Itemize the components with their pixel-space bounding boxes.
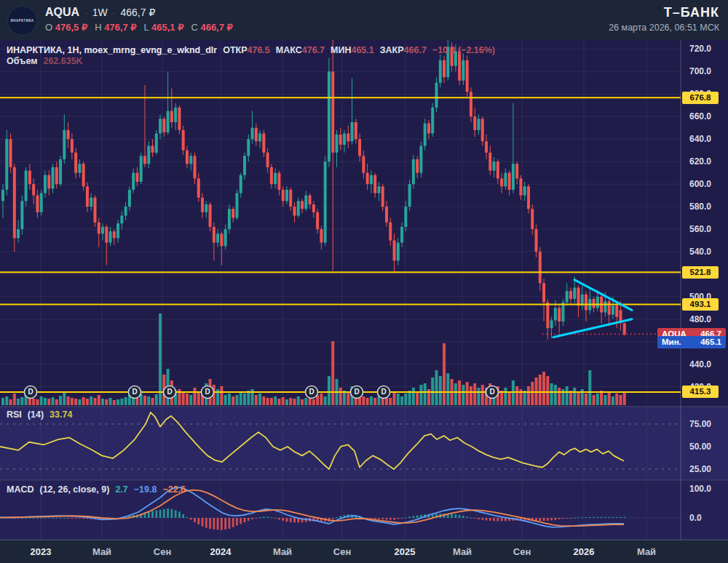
- candle: [412, 159, 415, 184]
- axis-tick-label: 75.00: [689, 419, 711, 429]
- volume-bar: [439, 376, 442, 405]
- candle: [289, 190, 292, 207]
- timeframe-label[interactable]: 1W: [92, 7, 108, 18]
- macd-histogram-bar: [547, 518, 549, 521]
- volume-bar: [28, 398, 31, 405]
- candle: [523, 186, 526, 195]
- macd-histogram-bar: [470, 518, 472, 519]
- macd-histogram-bar: [159, 510, 162, 518]
- volume-bar: [151, 398, 154, 405]
- candle: [477, 119, 480, 129]
- volume-bar: [266, 398, 269, 405]
- volume-bar: [232, 396, 234, 405]
- candle: [531, 209, 534, 229]
- candle: [454, 51, 457, 65]
- candle: [339, 135, 342, 145]
- candle: [312, 204, 315, 212]
- macd-histogram-bar: [33, 518, 35, 519]
- inarctica-logo[interactable]: ИНАРКТИКА: [7, 6, 37, 36]
- macd-histogram-bar: [25, 518, 27, 519]
- macd-histogram-bar: [248, 518, 250, 521]
- volume-bar: [262, 396, 265, 405]
- macd-histogram-bar: [259, 517, 261, 518]
- candle: [25, 171, 28, 201]
- dividend-marker[interactable]: D: [202, 386, 214, 398]
- dividend-marker[interactable]: D: [378, 386, 390, 398]
- volume-bar: [240, 392, 242, 405]
- macd-histogram-bar: [481, 518, 483, 520]
- open-value: 476,5 ₽: [55, 22, 87, 33]
- dividend-marker[interactable]: D: [164, 386, 176, 398]
- candle: [174, 108, 177, 122]
- high-label: Н: [95, 22, 101, 33]
- svg-text:D: D: [167, 388, 172, 396]
- candle: [240, 175, 242, 193]
- volume-bar: [508, 392, 511, 405]
- volume-bar: [339, 388, 342, 405]
- candle: [20, 201, 23, 229]
- svg-text:D: D: [489, 388, 494, 396]
- candle: [143, 156, 146, 164]
- price-chart-canvas[interactable]: DDDDDDDD: [0, 0, 728, 563]
- macd-histogram-bar: [194, 518, 196, 522]
- dividend-marker[interactable]: D: [25, 386, 37, 398]
- candle: [167, 111, 170, 132]
- macd-histogram-bar: [290, 518, 292, 522]
- volume-bar: [301, 399, 304, 405]
- candle: [404, 207, 407, 227]
- macd-histogram-bar: [163, 509, 165, 518]
- candle: [500, 178, 503, 186]
- volume-bar: [109, 398, 112, 405]
- candle: [232, 209, 234, 217]
- volume-bar: [527, 386, 530, 405]
- dividend-marker[interactable]: D: [486, 386, 499, 398]
- candle: [197, 178, 200, 197]
- candle: [247, 139, 250, 156]
- macd-histogram-bar: [202, 518, 204, 527]
- high-value: 476,7 ₽: [104, 22, 136, 33]
- topbar: ИНАРКТИКА AQUA · 1W · 466,7 ₽ О 476,5 ₽ …: [0, 0, 728, 40]
- volume-bar: [331, 341, 334, 405]
- dividend-marker[interactable]: D: [351, 386, 363, 398]
- macd-histogram-bar: [416, 516, 419, 518]
- time-axis-year-label: 2026: [574, 546, 595, 557]
- time-axis-month-label: Май: [453, 546, 472, 557]
- volume-bar: [596, 394, 599, 405]
- volume-bar: [277, 399, 280, 405]
- volume-bar: [324, 396, 327, 405]
- macd-histogram-bar: [175, 510, 177, 518]
- volume-bar: [470, 386, 472, 405]
- candle: [1, 190, 4, 201]
- time-axis[interactable]: 2023МайСен2024МайСен2025МайСен2026Май: [0, 540, 728, 563]
- axis-tick-label: 720.0: [689, 44, 711, 54]
- macd-histogram-bar: [562, 518, 564, 519]
- dividend-marker[interactable]: D: [129, 386, 141, 398]
- candle: [159, 119, 162, 133]
- volume-bar: [59, 396, 62, 405]
- dividend-marker[interactable]: D: [306, 386, 318, 398]
- candle: [189, 156, 192, 164]
- svg-text:D: D: [28, 388, 33, 396]
- macd-histogram-bar: [55, 518, 58, 519]
- candle: [373, 175, 376, 193]
- macd-histogram-bar: [151, 511, 154, 518]
- candle: [282, 190, 285, 201]
- low-label: L: [144, 22, 149, 33]
- candle: [82, 164, 85, 186]
- time-axis-month-label: Сен: [154, 546, 171, 557]
- candle: [209, 204, 212, 227]
- macd-histogram-bar: [566, 518, 568, 519]
- candle: [74, 153, 77, 173]
- candle: [508, 173, 511, 190]
- volume-bar: [443, 343, 446, 405]
- trading-chart[interactable]: DDDDDDDD ИНАРКТИКА, 1Н, moex_mrng_evng_e…: [0, 0, 728, 563]
- candle: [493, 161, 496, 170]
- candle: [32, 184, 35, 195]
- volume-bar: [412, 388, 415, 405]
- macd-histogram-bar: [52, 518, 54, 519]
- macd-histogram-bar: [67, 518, 69, 519]
- volume-bar: [47, 399, 50, 405]
- candle: [220, 233, 223, 246]
- macd-histogram-bar: [585, 517, 587, 518]
- logo-text: ИНАРКТИКА: [10, 19, 33, 23]
